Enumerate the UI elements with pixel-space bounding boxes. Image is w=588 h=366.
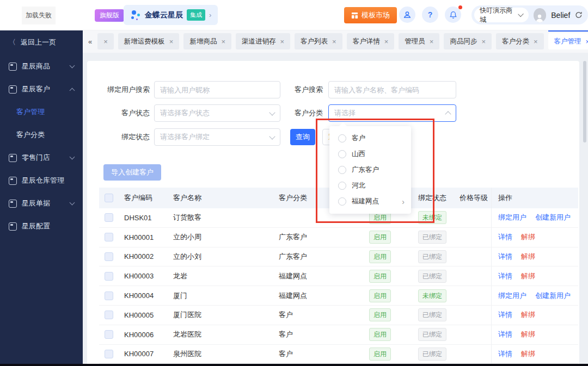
avatar[interactable] [534, 8, 547, 22]
dropdown-option[interactable]: 河北 [329, 178, 411, 194]
sidebar-item[interactable]: 星辰客户 [0, 78, 83, 101]
dropdown-option[interactable]: 福建网点› [329, 194, 411, 209]
tab-close-icon[interactable]: × [221, 38, 225, 46]
action-link[interactable]: 绑定用户 [498, 213, 526, 222]
customer-category-select[interactable]: 请选择 [328, 104, 456, 122]
sidebar-item[interactable]: 星辰单据 [0, 192, 83, 215]
action-link[interactable]: 创建新用户 [535, 213, 571, 222]
vertical-scrollbar[interactable] [583, 61, 586, 142]
row-checkbox[interactable] [105, 272, 113, 281]
row-checkbox[interactable] [105, 252, 113, 261]
tab-item[interactable]: 新增运费模板× [118, 33, 180, 49]
product-name: 金蝶云星辰 [145, 10, 183, 20]
row-checkbox[interactable] [105, 311, 113, 319]
row-checkbox[interactable] [105, 233, 113, 241]
table-row: KH00005厦门医院客户启用已绑定详情解绑 [99, 306, 578, 325]
cell-customer-code: KH00004 [119, 286, 173, 305]
dropdown-option-label: 福建网点 [352, 197, 379, 206]
action-link[interactable]: 创建新用户 [535, 291, 571, 301]
row-checkbox[interactable] [105, 350, 113, 358]
radio-icon[interactable] [338, 166, 346, 174]
action-link[interactable]: 详情 [498, 330, 512, 339]
dropdown-option[interactable]: 广东客户 [329, 162, 411, 178]
tab-close-icon[interactable]: × [430, 38, 434, 46]
row-checkbox[interactable] [105, 213, 113, 222]
customer-service-button[interactable] [399, 7, 415, 23]
module-icon [9, 177, 17, 185]
import-create-customer-button[interactable]: 导入创建客户 [103, 164, 161, 181]
bind-status-badge: 已绑定 [418, 270, 446, 283]
help-button[interactable]: ? [422, 7, 438, 23]
row-checkbox-cell [99, 208, 119, 227]
cell-price-level [460, 266, 491, 286]
action-link[interactable]: 详情 [498, 310, 512, 320]
tab-close-icon[interactable]: × [586, 38, 588, 46]
action-link[interactable]: 详情 [498, 232, 512, 242]
template-market-button[interactable]: 模板市场 [344, 7, 397, 23]
tabs-scroll-left[interactable]: « [83, 33, 97, 49]
tab-close-icon[interactable]: × [280, 38, 285, 46]
refresh-icon[interactable] [575, 11, 583, 19]
row-checkbox[interactable] [105, 330, 113, 339]
dropdown-option-label: 客户 [352, 134, 365, 143]
sidebar-item[interactable]: 零售门店 [0, 146, 83, 169]
back-to-previous-page[interactable]: 〈 返回上一页 [0, 30, 83, 55]
bind-user-search-input[interactable] [154, 81, 280, 98]
table-row: KH00006龙岩医院客户启用已绑定详情解绑 [99, 325, 578, 345]
tab-item[interactable]: 客户管理× [548, 33, 588, 49]
tab-close-icon[interactable]: × [481, 38, 486, 46]
cell-price-level [460, 306, 491, 325]
dropdown-option[interactable]: 客户 [329, 131, 411, 146]
chevron-down-icon [269, 133, 275, 139]
query-button[interactable]: 查询 [290, 129, 315, 145]
cell-customer-code: KH00007 [119, 345, 173, 364]
tab-close-icon[interactable]: × [534, 38, 538, 46]
action-link[interactable]: 解绑 [521, 330, 535, 339]
customer-status-select[interactable]: 请选择客户状态 [154, 104, 280, 122]
tab-item[interactable]: 新增商品× [183, 33, 231, 49]
tab-item[interactable]: × [97, 33, 114, 49]
action-link[interactable]: 详情 [498, 252, 512, 262]
sidebar-subitem[interactable]: 客户管理 [0, 101, 83, 123]
action-link[interactable]: 解绑 [521, 310, 535, 320]
customer-search-input[interactable] [328, 81, 456, 98]
tab-item[interactable]: 客户列表× [295, 33, 342, 49]
sidebar-item[interactable]: 星辰配置 [0, 215, 83, 238]
action-link[interactable]: 解绑 [521, 271, 535, 281]
radio-icon[interactable] [338, 134, 346, 142]
action-link[interactable]: 详情 [498, 349, 512, 359]
notifications-button[interactable] [445, 7, 461, 23]
tab-item[interactable]: 渠道进销存× [236, 33, 290, 49]
tab-close-icon[interactable]: × [103, 38, 108, 46]
cell-price-level [460, 228, 491, 247]
module-icon [9, 200, 17, 208]
tab-close-icon[interactable]: × [332, 38, 336, 46]
tab-item[interactable]: 商品同步× [444, 33, 492, 49]
cell-price-level [460, 286, 491, 305]
row-checkbox[interactable] [105, 291, 113, 300]
shop-selector[interactable]: 快叮演示商城 [474, 8, 529, 22]
bind-status-badge: 未绑定 [418, 211, 446, 224]
tab-item[interactable]: 客户详情× [347, 33, 395, 49]
tab-item[interactable]: 客户分类× [496, 33, 544, 49]
sidebar-item[interactable]: 星辰商品 [0, 55, 83, 78]
tab-item[interactable]: 管理员× [399, 33, 439, 49]
dropdown-option[interactable]: 山西 [329, 146, 411, 162]
select-all-checkbox[interactable] [105, 194, 113, 202]
action-link[interactable]: 解绑 [521, 252, 535, 262]
sidebar-item[interactable]: 星辰仓库管理 [0, 169, 83, 192]
action-link[interactable]: 解绑 [521, 232, 535, 242]
product-switcher[interactable]: 金蝶云星辰 集成 › [124, 5, 218, 25]
bind-status-select[interactable]: 请选择客户绑定 [154, 128, 280, 146]
action-link[interactable]: 详情 [498, 271, 512, 281]
radio-icon[interactable] [338, 197, 346, 206]
sidebar-subitem[interactable]: 客户分类 [0, 123, 83, 146]
radio-icon[interactable] [338, 182, 346, 190]
cell-customer-code: KH00003 [119, 266, 173, 286]
radio-icon[interactable] [338, 150, 346, 158]
action-link[interactable]: 解绑 [521, 349, 535, 359]
tab-close-icon[interactable]: × [169, 38, 174, 46]
chevron-down-icon [518, 11, 524, 17]
action-link[interactable]: 绑定用户 [498, 291, 526, 301]
tab-close-icon[interactable]: × [384, 38, 389, 46]
